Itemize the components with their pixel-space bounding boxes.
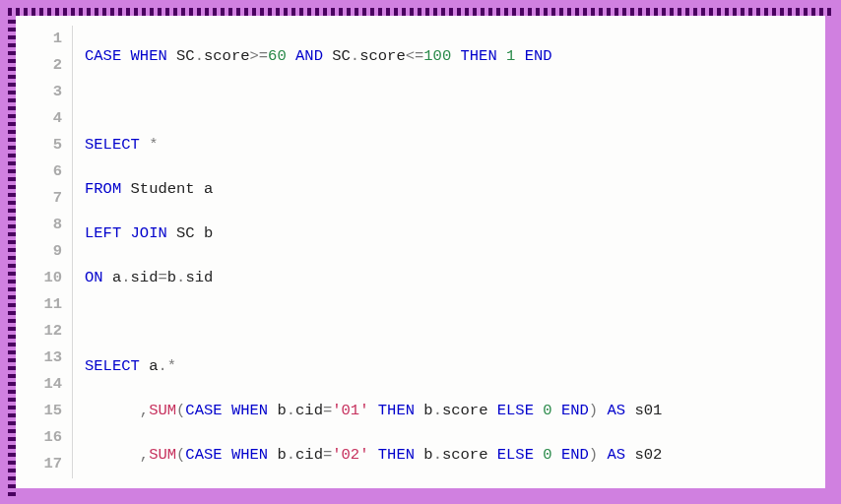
- keyword-from: FROM: [85, 180, 121, 198]
- line-number: 12: [32, 318, 62, 345]
- line-number: 11: [32, 291, 62, 318]
- identifier: s02: [634, 446, 662, 464]
- code-line-blank: [85, 309, 809, 336]
- identifier: score: [359, 47, 406, 65]
- identifier: score: [442, 402, 488, 419]
- number: 60: [268, 47, 287, 65]
- code-line: SELECT a.*: [85, 353, 809, 380]
- line-number: 1: [32, 26, 62, 52]
- keyword-end: END: [561, 446, 589, 464]
- keyword-on: ON: [85, 269, 103, 286]
- star: *: [167, 357, 176, 375]
- identifier: score: [442, 446, 488, 464]
- keyword-end: END: [525, 47, 552, 65]
- keyword-else: ELSE: [497, 402, 534, 419]
- identifier: b: [277, 402, 286, 419]
- function-sum: SUM: [149, 446, 176, 464]
- identifier: s01: [634, 402, 662, 419]
- keyword-when: WHEN: [131, 47, 167, 65]
- outer-border: 1 2 3 4 5 6 7 8 9 10 11 12 13 14 15 16 1…: [8, 8, 833, 496]
- identifier: sid: [185, 269, 213, 286]
- number: 1: [506, 47, 515, 65]
- identifier: b: [167, 269, 176, 286]
- code-line: ON a.sid=b.sid: [85, 265, 809, 291]
- line-number: 10: [32, 265, 62, 291]
- keyword-when: WHEN: [231, 446, 268, 464]
- identifier: cid: [295, 446, 323, 464]
- identifier: SC: [332, 47, 351, 65]
- line-number: 3: [32, 79, 62, 105]
- keyword-left: LEFT: [85, 224, 121, 242]
- line-number: 16: [32, 424, 62, 451]
- keyword-end: END: [561, 402, 589, 419]
- code-line: LEFT JOIN SC b: [85, 220, 809, 247]
- identifier: sid: [131, 269, 159, 286]
- identifier: score: [204, 47, 250, 65]
- line-number: 4: [32, 105, 62, 132]
- code-line: ,SUM(CASE WHEN b.cid='01' THEN b.score E…: [85, 398, 809, 424]
- line-number: 6: [32, 158, 62, 185]
- code-panel: 1 2 3 4 5 6 7 8 9 10 11 12 13 14 15 16 1…: [16, 16, 825, 488]
- keyword-select: SELECT: [85, 136, 140, 154]
- number: 0: [543, 446, 551, 464]
- number: 0: [543, 402, 551, 419]
- keyword-case: CASE: [185, 446, 222, 464]
- keyword-as: AS: [607, 446, 625, 464]
- keyword-case: CASE: [85, 47, 121, 65]
- line-number-gutter: 1 2 3 4 5 6 7 8 9 10 11 12 13 14 15 16 1…: [32, 26, 73, 478]
- keyword-when: WHEN: [231, 402, 268, 419]
- keyword-then: THEN: [461, 47, 497, 65]
- string: '01': [332, 402, 368, 419]
- line-number: 2: [32, 52, 62, 79]
- identifier: Student a: [131, 180, 214, 198]
- code-line-blank: [85, 88, 809, 114]
- line-number: 14: [32, 371, 62, 398]
- line-number: 5: [32, 132, 62, 158]
- identifier: a: [112, 269, 121, 286]
- line-number: 15: [32, 398, 62, 424]
- number: 100: [423, 47, 451, 65]
- line-number: 13: [32, 345, 62, 371]
- identifier: b: [423, 446, 432, 464]
- function-sum: SUM: [149, 402, 176, 419]
- keyword-case: CASE: [185, 402, 222, 419]
- code-line: ,SUM(CASE WHEN b.cid='02' THEN b.score E…: [85, 442, 809, 469]
- line-number: 9: [32, 238, 62, 265]
- string: '02': [332, 446, 368, 464]
- identifier: b: [277, 446, 286, 464]
- keyword-as: AS: [607, 402, 625, 419]
- code-line: CASE WHEN SC.score>=60 AND SC.score<=100…: [85, 43, 809, 70]
- code-line: FROM Student a: [85, 176, 809, 203]
- keyword-then: THEN: [378, 402, 415, 419]
- code-line: SELECT *: [85, 132, 809, 158]
- line-number: 17: [32, 451, 62, 477]
- line-number: 7: [32, 185, 62, 212]
- line-number: 8: [32, 212, 62, 238]
- identifier: cid: [295, 402, 323, 419]
- keyword-join: JOIN: [131, 224, 167, 242]
- keyword-else: ELSE: [497, 446, 534, 464]
- keyword-select: SELECT: [85, 357, 140, 375]
- keyword-and: AND: [295, 47, 323, 65]
- identifier: SC b: [176, 224, 213, 242]
- identifier: b: [423, 402, 432, 419]
- code-area[interactable]: CASE WHEN SC.score>=60 AND SC.score<=100…: [73, 26, 809, 478]
- identifier: SC: [176, 47, 195, 65]
- star: *: [149, 136, 158, 154]
- keyword-then: THEN: [378, 446, 415, 464]
